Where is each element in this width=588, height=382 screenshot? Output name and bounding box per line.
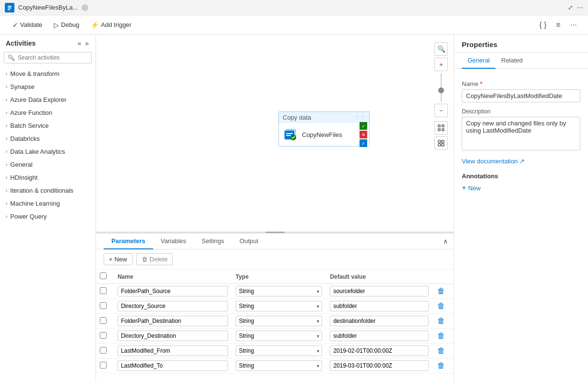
zoom-in-button[interactable]: + <box>434 58 448 71</box>
table-row: StringIntFloatBoolArrayObjectSecureStrin… <box>96 299 454 314</box>
col-name-header: Name <box>114 270 232 284</box>
external-link-icon: ↗ <box>519 158 525 165</box>
param-name-input[interactable] <box>118 301 228 311</box>
param-type-select[interactable]: StringIntFloatBoolArrayObjectSecureStrin… <box>236 301 323 311</box>
layout-button[interactable] <box>434 136 448 150</box>
delete-row-button[interactable]: 🗑 <box>436 331 446 341</box>
param-name-input[interactable] <box>118 360 228 371</box>
select-all-checkbox[interactable] <box>100 272 107 279</box>
tab-output[interactable]: Output <box>232 234 266 249</box>
view-documentation-link[interactable]: View documentation ↗ <box>462 158 580 165</box>
zoom-slider[interactable] <box>441 73 442 102</box>
param-type-select[interactable]: StringIntFloatBoolArrayObjectSecureStrin… <box>236 345 323 356</box>
sidebar-item-batch-service[interactable]: › Batch Service <box>0 119 96 132</box>
code-view-button[interactable]: { } <box>536 18 550 32</box>
param-default-input[interactable] <box>330 345 428 356</box>
tab-general[interactable]: General <box>462 53 495 69</box>
chevron-icon: › <box>6 162 7 167</box>
sidebar-item-databricks[interactable]: › Databricks <box>0 132 96 145</box>
new-param-button[interactable]: + New <box>104 253 132 265</box>
add-annotation-button[interactable]: + New <box>462 184 480 192</box>
search-input[interactable] <box>4 52 92 63</box>
tab-related[interactable]: Related <box>495 53 528 69</box>
expand-icon[interactable]: ⤢ <box>568 4 573 11</box>
activity-node[interactable]: Copy data ⋮⋮ CopyNewFile <box>278 111 370 147</box>
svg-rect-14 <box>438 144 441 146</box>
table-row: StringIntFloatBoolArrayObjectSecureStrin… <box>96 358 454 373</box>
table-row: StringIntFloatBoolArrayObjectSecureStrin… <box>96 284 454 299</box>
param-default-input[interactable] <box>330 286 428 296</box>
sidebar-item-azure-data-explorer[interactable]: › Azure Data Explorer <box>0 93 96 106</box>
delete-param-button[interactable]: 🗑 Delete <box>136 253 173 265</box>
param-type-select[interactable]: StringIntFloatBoolArrayObjectSecureStrin… <box>236 316 323 326</box>
canvas[interactable]: Copy data ⋮⋮ CopyNewFile <box>96 35 454 232</box>
right-panel: Properties General Related Name * Descri… <box>454 35 588 382</box>
validate-button[interactable]: ✓ Validate <box>8 19 47 31</box>
name-input[interactable] <box>462 89 580 102</box>
sidebar-item-machine-learning[interactable]: › Machine Learning <box>0 197 96 210</box>
sidebar-item-iteration-conditionals[interactable]: › Iteration & conditionals <box>0 184 96 197</box>
panel-collapse-button[interactable]: ∧ <box>443 237 448 245</box>
delete-row-button[interactable]: 🗑 <box>436 286 446 296</box>
search-canvas-button[interactable]: 🔍 <box>434 42 448 56</box>
validate-icon: ✓ <box>12 21 18 29</box>
debug-button[interactable]: ▷ Debug <box>49 19 84 31</box>
param-type-select[interactable]: StringIntFloatBoolArrayObjectSecureStrin… <box>236 286 323 296</box>
sidebar-collapse-btn[interactable]: « <box>76 38 82 48</box>
param-default-input[interactable] <box>330 331 428 341</box>
zoom-out-button[interactable]: − <box>434 104 448 117</box>
param-name-input[interactable] <box>118 345 228 356</box>
add-trigger-button[interactable]: ⚡ Add trigger <box>86 19 136 31</box>
sidebar-item-hdinsight[interactable]: › HDInsight <box>0 171 96 184</box>
more-icon[interactable]: ··· <box>577 3 583 12</box>
param-default-input[interactable] <box>330 301 428 311</box>
param-name-input[interactable] <box>118 316 228 326</box>
properties-title: Properties <box>454 35 588 53</box>
param-default-input[interactable] <box>330 360 428 371</box>
param-default-input[interactable] <box>330 316 428 326</box>
app-icon <box>5 3 14 12</box>
sidebar-item-general[interactable]: › General <box>0 158 96 171</box>
delete-row-button[interactable]: 🗑 <box>436 345 446 356</box>
svg-rect-15 <box>442 144 444 146</box>
param-type-select[interactable]: StringIntFloatBoolArrayObjectSecureStrin… <box>236 331 323 341</box>
row-checkbox[interactable] <box>100 317 107 324</box>
activity-complete-btn[interactable]: ✓ <box>360 139 367 147</box>
more-options-button[interactable]: ··· <box>567 18 580 32</box>
row-checkbox[interactable] <box>100 332 107 339</box>
window-close-button[interactable] <box>82 4 88 11</box>
chevron-icon: › <box>6 110 7 115</box>
tab-settings[interactable]: Settings <box>194 234 232 249</box>
delete-row-button[interactable]: 🗑 <box>436 301 446 311</box>
description-input[interactable]: Copy new and changed files only by using… <box>462 117 580 150</box>
param-name-input[interactable] <box>118 331 228 341</box>
trigger-icon: ⚡ <box>91 21 99 29</box>
sidebar-expand-btn[interactable]: » <box>84 38 90 48</box>
delete-row-button[interactable]: 🗑 <box>436 316 446 326</box>
sidebar-item-power-query[interactable]: › Power Query <box>0 210 96 223</box>
activity-node-body: CopyNewFiles ✓ ✕ ✓ <box>278 123 370 147</box>
row-checkbox[interactable] <box>100 362 107 369</box>
activity-success-btn[interactable]: ✓ <box>360 122 367 130</box>
tab-variables[interactable]: Variables <box>153 234 194 249</box>
fit-screen-button[interactable] <box>434 121 448 135</box>
sidebar-header: Activities « » <box>0 35 96 50</box>
delete-row-button[interactable]: 🗑 <box>436 360 446 371</box>
svg-rect-13 <box>442 140 444 143</box>
sidebar-item-synapse[interactable]: › Synapse <box>0 80 96 93</box>
main-content: Activities « » 🔍 › Move & transform › Sy… <box>0 35 588 382</box>
tab-parameters[interactable]: Parameters <box>104 234 153 249</box>
activity-fail-btn[interactable]: ✕ <box>360 131 367 138</box>
param-type-select[interactable]: StringIntFloatBoolArrayObjectSecureStrin… <box>236 360 323 371</box>
chevron-icon: › <box>6 149 7 154</box>
sidebar-item-move-transform[interactable]: › Move & transform <box>0 67 96 80</box>
chevron-icon: › <box>6 136 7 141</box>
list-view-button[interactable]: ≡ <box>552 18 565 32</box>
svg-rect-11 <box>442 129 444 131</box>
row-checkbox[interactable] <box>100 347 107 354</box>
sidebar-item-azure-function[interactable]: › Azure Function <box>0 106 96 119</box>
row-checkbox[interactable] <box>100 287 107 294</box>
param-name-input[interactable] <box>118 286 228 296</box>
sidebar-item-data-lake-analytics[interactable]: › Data Lake Analytics <box>0 145 96 158</box>
row-checkbox[interactable] <box>100 302 107 309</box>
